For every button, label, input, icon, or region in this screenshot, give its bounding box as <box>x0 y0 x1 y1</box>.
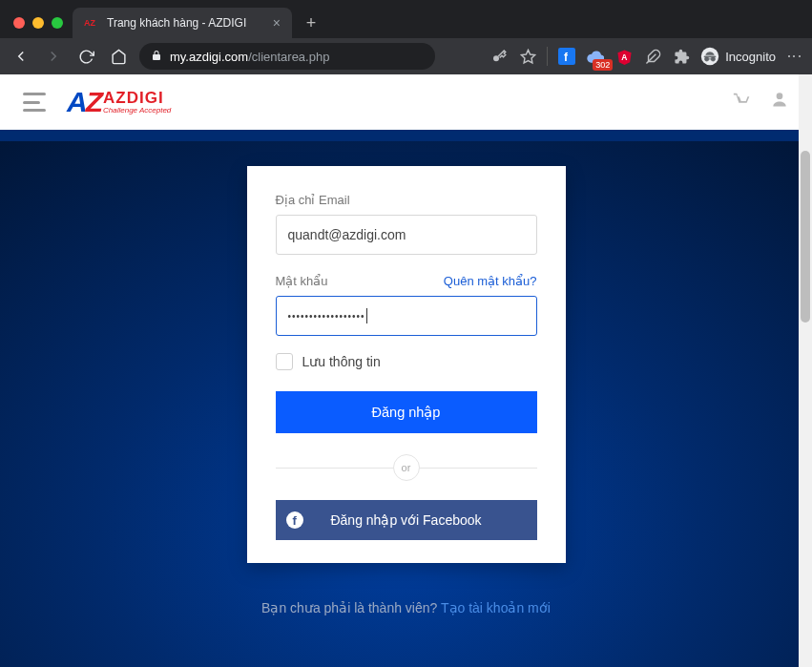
browser-tab[interactable]: AZ Trang khách hàng - AZDIGI × <box>73 8 292 38</box>
brand-name: AZDIGI <box>103 90 171 106</box>
key-icon[interactable] <box>489 47 509 66</box>
tab-title: Trang khách hàng - AZDIGI <box>107 16 246 30</box>
login-button[interactable]: Đăng nhập <box>276 391 537 433</box>
incognito-label: Incognito <box>725 50 776 64</box>
remember-checkbox[interactable] <box>276 353 293 370</box>
remember-label: Lưu thông tin <box>302 354 381 369</box>
scrollbar-thumb[interactable] <box>801 151 810 323</box>
window-controls <box>8 17 73 38</box>
tab-close-icon[interactable]: × <box>273 15 281 31</box>
password-label: Mật khẩu <box>276 274 328 288</box>
svg-text:f: f <box>292 513 297 528</box>
or-divider: or <box>276 454 537 481</box>
svg-marker-2 <box>521 50 534 62</box>
ext-badge: 302 <box>593 59 613 71</box>
window-minimize-icon[interactable] <box>32 17 44 29</box>
window-close-icon[interactable] <box>13 17 25 29</box>
home-button[interactable] <box>107 45 130 68</box>
email-input[interactable] <box>276 215 537 255</box>
address-bar[interactable]: my.azdigi.com/clientarea.php <box>139 43 435 70</box>
svg-text:A: A <box>621 52 627 62</box>
new-tab-button[interactable]: + <box>298 10 324 36</box>
url-host: my.azdigi.com <box>170 50 248 64</box>
signup-prompt: Bạn chưa phải là thành viên? Tạo tài kho… <box>0 600 812 615</box>
facebook-login-button[interactable]: f Đăng nhập với Facebook <box>276 500 537 540</box>
incognito-indicator[interactable]: Incognito <box>700 47 776 66</box>
brand-tagline: Challenge Accepted <box>103 107 171 115</box>
browser-menu-icon[interactable]: ⋮ <box>785 48 803 65</box>
login-card: Địa chỉ Email Mật khẩu Quên mật khẩu? ••… <box>247 166 566 563</box>
extensions-icon[interactable] <box>672 47 691 66</box>
tab-strip: AZ Trang khách hàng - AZDIGI × + <box>0 0 812 38</box>
password-input[interactable]: •••••••••••••••••• <box>276 296 537 336</box>
signup-link[interactable]: Tạo tài khoản mới <box>441 600 551 615</box>
lock-icon <box>151 50 162 64</box>
hamburger-menu-icon[interactable] <box>23 93 46 112</box>
email-label: Địa chỉ Email <box>276 193 537 207</box>
url-path: /clientarea.php <box>248 50 329 64</box>
cloud-ext-icon[interactable]: 302 <box>586 47 605 66</box>
divider-label: or <box>393 454 420 481</box>
signup-text: Bạn chưa phải là thành viên? <box>261 600 441 615</box>
facebook-ext-icon[interactable]: f <box>557 47 576 66</box>
star-icon[interactable] <box>518 47 537 66</box>
hero-section: Địa chỉ Email Mật khẩu Quên mật khẩu? ••… <box>0 130 812 667</box>
site-header: AZ AZDIGI Challenge Accepted <box>0 74 812 130</box>
window-maximize-icon[interactable] <box>52 17 63 29</box>
svg-text:AZ: AZ <box>84 18 95 28</box>
angular-ext-icon[interactable]: A <box>614 47 634 66</box>
reload-button[interactable] <box>74 45 97 68</box>
browser-window: AZ Trang khách hàng - AZDIGI × + my.azdi… <box>0 0 812 667</box>
forgot-password-link[interactable]: Quên mật khẩu? <box>444 274 537 288</box>
cart-icon[interactable] <box>732 90 753 115</box>
brand-logo[interactable]: AZ AZDIGI Challenge Accepted <box>67 86 171 118</box>
toolbar-right: f 302 A Incognito ⋮ <box>489 47 802 66</box>
back-button[interactable] <box>10 45 32 68</box>
svg-point-1 <box>493 55 499 61</box>
password-value: •••••••••••••••••• <box>288 311 365 322</box>
tab-favicon-icon: AZ <box>84 15 99 31</box>
fb-button-label: Đăng nhập với Facebook <box>314 512 537 528</box>
page-viewport: AZ AZDIGI Challenge Accepted Địa chỉ <box>0 74 812 667</box>
scrollbar-track[interactable] <box>799 74 812 667</box>
browser-toolbar: my.azdigi.com/clientarea.php f 302 A <box>0 38 812 74</box>
facebook-icon: f <box>276 511 314 529</box>
forward-button[interactable] <box>42 45 65 68</box>
svg-point-9 <box>777 93 783 99</box>
user-icon[interactable] <box>770 90 789 115</box>
feather-ext-icon[interactable] <box>643 47 662 66</box>
